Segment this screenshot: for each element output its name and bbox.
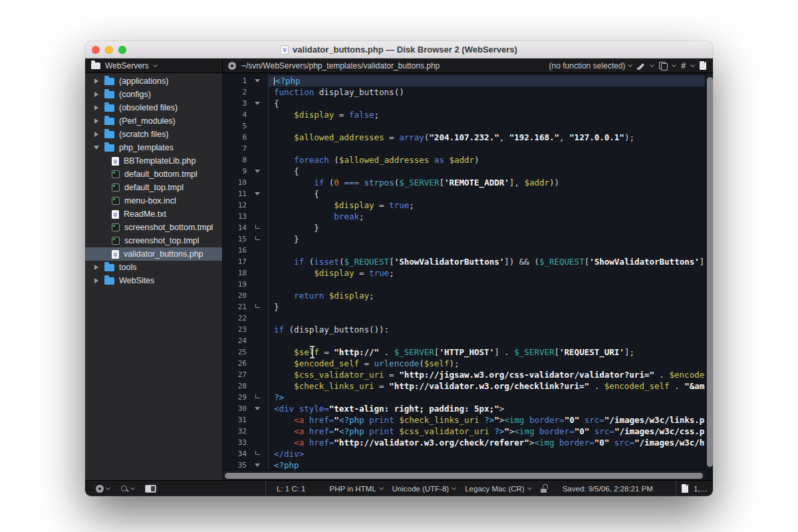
code-line[interactable]: 15 } xyxy=(223,233,705,245)
code-line[interactable]: 25 $self = "http://" . $_SERVER['HTTP_HO… xyxy=(223,346,705,358)
code-text[interactable] xyxy=(268,313,705,324)
sidebar-item[interactable]: php_templates xyxy=(85,141,222,154)
sidebar-item[interactable]: default_bottom.tmpl xyxy=(85,168,222,181)
disclosure-expanded-icon[interactable] xyxy=(93,146,100,150)
code-text[interactable]: $allowed_addresses = array("204.107.232.… xyxy=(268,132,705,143)
code-line[interactable]: 7 xyxy=(223,143,705,154)
fold-open-icon[interactable] xyxy=(247,170,268,173)
code-line[interactable]: 35<?php xyxy=(223,460,705,469)
code-text[interactable]: <div style="text-align: right; padding: … xyxy=(268,403,705,414)
sidebar-item[interactable]: default_top.tmpl xyxy=(85,181,222,194)
code-line[interactable]: 9 { xyxy=(223,166,705,177)
code-text[interactable]: } xyxy=(268,301,705,313)
code-line[interactable]: 17 if (isset($_REQUEST['ShowValidatorBut… xyxy=(223,256,705,267)
code-line[interactable]: 26 $encoded_self = urlencode($self); xyxy=(223,358,705,369)
unlocked-padlock-icon[interactable] xyxy=(541,484,548,493)
line-number-menu[interactable]: # xyxy=(681,61,686,70)
code-line[interactable]: 16 xyxy=(223,245,705,256)
code-text[interactable]: ?> xyxy=(268,392,705,403)
page-document-icon[interactable] xyxy=(682,484,688,493)
sidebar-search-menu[interactable] xyxy=(120,485,134,493)
code-text[interactable]: <?php xyxy=(268,460,705,469)
fold-close-icon[interactable] xyxy=(247,238,268,240)
code-text[interactable] xyxy=(268,245,705,256)
code-text[interactable]: <a href="<?php print $css_validator_uri … xyxy=(268,426,705,437)
close-window-button[interactable] xyxy=(92,46,100,54)
code-line[interactable]: 22 xyxy=(223,313,705,324)
fold-open-icon[interactable] xyxy=(247,102,268,105)
code-text[interactable]: } xyxy=(268,233,705,245)
code-text[interactable]: { xyxy=(268,188,705,200)
code-line[interactable]: 23if (display_buttons()): xyxy=(223,324,705,335)
code-text[interactable] xyxy=(268,143,705,154)
code-line[interactable]: 1<?php xyxy=(223,75,705,86)
code-text[interactable]: <?php xyxy=(268,75,705,86)
disclosure-collapsed-icon[interactable] xyxy=(93,265,100,270)
code-line[interactable]: 6 $allowed_addresses = array("204.107.23… xyxy=(223,132,705,143)
code-line[interactable]: 34</div> xyxy=(223,448,705,460)
sidebar-toggle-button[interactable] xyxy=(145,485,156,493)
sidebar-item[interactable]: menu-box.incl xyxy=(85,194,222,207)
code-text[interactable]: <a href="<?php print $check_links_uri ?>… xyxy=(268,414,705,426)
code-text[interactable] xyxy=(268,120,705,132)
code-text[interactable]: function display_buttons() xyxy=(268,86,705,98)
sidebar-item[interactable]: screenshot_bottom.tmpl xyxy=(85,221,222,234)
code-line[interactable]: 2function display_buttons() xyxy=(223,86,705,98)
code-line[interactable]: 29?> xyxy=(223,392,705,403)
code-text[interactable]: <a href="http://validator.w3.org/check/r… xyxy=(268,437,705,448)
code-text[interactable] xyxy=(268,335,705,346)
fold-open-icon[interactable] xyxy=(247,464,268,467)
code-line[interactable]: 5 xyxy=(223,120,705,132)
code-line[interactable]: 10 if (0 === strpos($_SERVER['REMOTE_ADD… xyxy=(223,177,705,188)
fold-open-icon[interactable] xyxy=(247,192,268,196)
document-icon[interactable] xyxy=(700,61,706,70)
disclosure-collapsed-icon[interactable] xyxy=(93,132,100,137)
code-line[interactable]: 13 break; xyxy=(223,211,705,222)
code-text[interactable]: { xyxy=(268,98,705,109)
file-path-breadcrumb[interactable]: ~/svn/WebServers/php_templates/validator… xyxy=(241,61,440,70)
fold-open-icon[interactable] xyxy=(247,407,268,410)
sidebar-item[interactable]: (scratch files) xyxy=(85,128,222,141)
code-text[interactable]: foreach ($allowed_addresses as $addr) xyxy=(268,154,705,166)
sidebar-item[interactable]: (applications) xyxy=(85,74,222,88)
code-text[interactable]: $self = "http://" . $_SERVER['HTTP_HOST'… xyxy=(268,346,705,358)
sidebar-item[interactable]: tools xyxy=(85,261,222,274)
code-line[interactable]: 33 <a href="http://validator.w3.org/chec… xyxy=(223,437,705,448)
code-text[interactable]: $display = true; xyxy=(268,200,705,211)
minimize-window-button[interactable] xyxy=(105,46,113,54)
code-text[interactable]: { xyxy=(268,166,705,177)
code-line[interactable]: 30<div style="text-align: right; padding… xyxy=(223,403,705,414)
code-line[interactable]: 20 return $display; xyxy=(223,290,705,301)
sidebar-item[interactable]: screenshot_top.tmpl xyxy=(85,234,222,247)
code-text[interactable]: $check_links_uri = "http://validator.w3.… xyxy=(268,380,705,392)
code-editor[interactable]: 1<?php2function display_buttons()3{4 $di… xyxy=(223,73,713,480)
code-line[interactable]: 27 $css_validator_uri = "http://jigsaw.w… xyxy=(223,369,705,380)
horizontal-scrollbar-thumb[interactable] xyxy=(225,473,703,479)
language-dropdown[interactable]: PHP in HTML xyxy=(329,485,382,493)
vertical-scrollbar[interactable] xyxy=(705,73,713,469)
line-ending-dropdown[interactable]: Legacy Mac (CR) xyxy=(465,485,531,493)
code-text[interactable]: } xyxy=(268,222,705,233)
fold-close-icon[interactable] xyxy=(247,227,268,229)
disclosure-collapsed-icon[interactable] xyxy=(93,118,100,124)
code-text[interactable]: if (display_buttons()): xyxy=(268,324,705,335)
encoding-dropdown[interactable]: Unicode (UTF-8) xyxy=(392,485,456,493)
sidebar-item[interactable]: ReadMe.txt xyxy=(85,207,222,221)
code-line[interactable]: 28 $check_links_uri = "http://validator.… xyxy=(223,380,705,392)
code-text[interactable]: if (isset($_REQUEST['ShowValidatorButton… xyxy=(268,256,705,267)
fold-open-icon[interactable] xyxy=(247,79,268,82)
disclosure-collapsed-icon[interactable] xyxy=(93,105,100,110)
code-line[interactable]: 21} xyxy=(223,301,705,313)
sidebar-item[interactable]: (Perl_modules) xyxy=(85,114,222,128)
sidebar-item[interactable]: WebSites xyxy=(85,274,222,287)
code-text[interactable]: $display = false; xyxy=(268,109,705,120)
code-text[interactable]: $display = true; xyxy=(268,267,705,279)
code-line[interactable]: 32 <a href="<?php print $css_validator_u… xyxy=(223,426,705,437)
code-line[interactable]: 4 $display = false; xyxy=(223,109,705,120)
code-line[interactable]: 3{ xyxy=(223,98,705,109)
gear-icon[interactable] xyxy=(228,62,236,70)
function-selector-dropdown[interactable]: (no function selected) xyxy=(549,61,632,70)
sidebar-item[interactable]: validator_buttons.php xyxy=(85,247,222,261)
code-line[interactable]: 31 <a href="<?php print $check_links_uri… xyxy=(223,414,705,426)
code-line[interactable]: 11 { xyxy=(223,188,705,200)
